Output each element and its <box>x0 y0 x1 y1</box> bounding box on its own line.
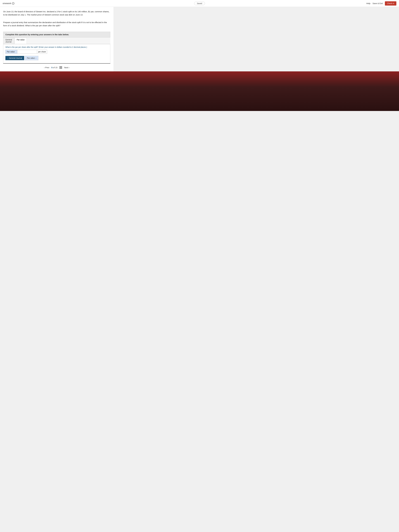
page-of-label: of <box>53 66 55 69</box>
top-bar-left: omework i <box>3 2 14 5</box>
question-area: What is the par per share after the spli… <box>3 44 110 63</box>
question-paragraph-1: On June 13, the board of directors of Si… <box>3 10 110 16</box>
par-value-input[interactable] <box>17 50 37 54</box>
save-exit-button[interactable]: Save & Exit <box>373 2 383 5</box>
saved-badge: Saved <box>194 2 205 5</box>
chevron-right-icon: › <box>36 57 36 59</box>
page-current: 5 <box>51 66 52 69</box>
top-bar-center: Saved <box>194 2 205 5</box>
main-content: On June 13, the board of directors of Si… <box>0 7 114 71</box>
prev-chevron-icon: ‹ <box>44 66 45 69</box>
prev-button[interactable]: ‹ Prev <box>44 66 49 69</box>
info-icon[interactable]: i <box>12 2 14 5</box>
check-my-work-button[interactable]: Check m <box>385 1 396 6</box>
tab-question-main: What is the par per share after the spli… <box>5 46 38 48</box>
chevron-left-icon: ‹ <box>7 57 8 59</box>
nav-btn-general-journal[interactable]: ‹ General Journal <box>5 56 24 60</box>
tab-question-hint: (Enter your answer in dollars rounded to… <box>39 46 87 48</box>
page-info: 5 of 15 <box>51 66 57 69</box>
app-title: omework <box>3 2 11 5</box>
nav-btn-par-value[interactable]: Par value › <box>25 56 38 60</box>
top-bar-right: Help Save & Exit Check m <box>366 1 396 6</box>
next-label: Next <box>64 66 68 69</box>
photo-area <box>0 71 399 111</box>
tab-general-journal[interactable]: GeneralJournal <box>3 38 14 44</box>
tab-general-journal-label: GeneralJournal <box>5 39 12 43</box>
tab-par-value-label: Par value <box>17 39 25 41</box>
pagination-bar: ‹ Prev 5 of 15 Next › <box>3 63 110 71</box>
tab-nav-buttons: ‹ General Journal Par value › <box>5 56 108 61</box>
help-link[interactable]: Help <box>366 2 370 5</box>
question-paragraph-2: Prepare a journal entry that summarizes … <box>3 21 110 27</box>
instruction-text: Complete this question by entering your … <box>5 33 69 36</box>
nav-general-journal-label: General Journal <box>9 57 22 59</box>
per-share-label: per share <box>37 50 47 54</box>
page-total: 15 <box>55 66 57 69</box>
tabs-row: GeneralJournal Par value <box>3 38 110 44</box>
tab-question-text: What is the par per share after the spli… <box>5 46 108 48</box>
instruction-box: Complete this question by entering your … <box>3 32 110 38</box>
top-nav-bar: omework i Saved Help Save & Exit Check m <box>0 0 399 7</box>
par-value-input-row: Par value per share <box>5 50 108 54</box>
par-value-label: Par value <box>5 50 17 54</box>
next-chevron-icon: › <box>69 66 70 69</box>
next-button[interactable]: Next › <box>64 66 70 69</box>
tab-par-value[interactable]: Par value <box>14 38 27 44</box>
nav-par-value-label: Par value <box>27 57 35 59</box>
prev-label: Prev <box>45 66 49 69</box>
grid-icon[interactable] <box>59 66 62 69</box>
